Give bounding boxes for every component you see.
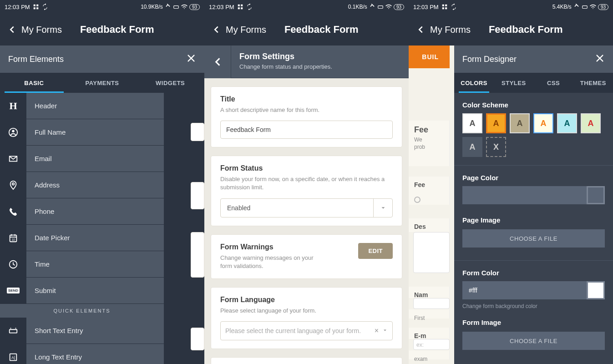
page-title: Feedback Form — [284, 24, 359, 35]
build-tab-peek[interactable]: BUIL — [409, 46, 450, 68]
form-designer-header: Form Designer — [454, 46, 613, 73]
back-icon[interactable] — [415, 25, 426, 35]
tab-basic[interactable]: BASIC — [0, 73, 68, 93]
svg-rect-1 — [36, 5, 38, 6]
element-full-name[interactable]: Full Name — [0, 119, 164, 146]
element-header[interactable]: H Header — [0, 93, 164, 119]
language-select[interactable]: Please select the current language of yo… — [220, 321, 393, 340]
scheme-custom[interactable]: X — [486, 137, 506, 157]
svg-rect-16 — [241, 5, 243, 6]
mute-icon — [165, 4, 171, 10]
form-elements-title: Form Elements — [8, 55, 64, 64]
element-date-picker[interactable]: 10 Date Picker — [0, 225, 164, 251]
clear-icon[interactable]: × — [375, 327, 379, 335]
form-color-input[interactable]: #fff — [462, 281, 605, 299]
status-time: 12:03 PM — [413, 4, 439, 10]
element-submit[interactable]: SEND Submit — [0, 278, 164, 304]
tab-payments[interactable]: PAYMENTS — [68, 73, 137, 93]
svg-rect-19 — [378, 6, 383, 9]
element-time[interactable]: Time — [0, 251, 164, 278]
close-icon[interactable] — [595, 53, 605, 65]
scheme-green[interactable]: A — [581, 113, 601, 133]
svg-rect-18 — [241, 7, 243, 9]
tab-themes[interactable]: THEMES — [573, 73, 613, 93]
page-title: Feedback Form — [80, 24, 154, 35]
edit-warnings-button[interactable]: EDIT — [358, 243, 393, 259]
wifi-icon — [590, 4, 596, 10]
widgets-icon — [33, 4, 39, 10]
svg-rect-2 — [33, 7, 35, 9]
svg-rect-17 — [238, 7, 239, 9]
status-time: 12:03 PM — [5, 4, 30, 10]
battery-box-icon — [377, 4, 384, 10]
form-designer-title: Form Designer — [462, 55, 517, 64]
status-label: Form Status — [220, 164, 393, 172]
user-icon — [8, 127, 18, 137]
mail-icon — [8, 154, 18, 164]
page-image-choose-button[interactable]: CHOOSE A FILE — [462, 229, 605, 248]
scheme-cyan[interactable]: A — [557, 113, 577, 133]
wifi-icon — [181, 4, 187, 10]
mute-icon — [573, 4, 580, 10]
scheme-light[interactable]: A — [462, 113, 482, 133]
svg-rect-4 — [174, 6, 179, 9]
svg-rect-15 — [238, 5, 239, 6]
svg-rect-22 — [442, 7, 444, 9]
warnings-desc: Change warning messages on your form val… — [220, 254, 325, 270]
form-image-choose-button[interactable]: CHOOSE A FILE — [462, 332, 605, 350]
scheme-tan[interactable]: A — [510, 113, 530, 133]
sync-icon — [42, 4, 48, 10]
tab-styles[interactable]: STYLES — [494, 73, 533, 93]
page-color-input[interactable] — [462, 186, 605, 204]
form-preview-textarea — [413, 232, 450, 273]
color-scheme-row: A A A A A A A X — [454, 113, 613, 157]
back-label[interactable]: My Forms — [21, 25, 62, 35]
element-address[interactable]: Address — [0, 172, 164, 198]
battery-box-icon — [173, 4, 179, 10]
title-desc: A short descriptive name for this form. — [220, 106, 393, 114]
designer-tabs: COLORS STYLES CSS THEMES — [454, 73, 613, 93]
scheme-yellow[interactable]: A — [533, 113, 553, 133]
status-select[interactable]: Enabled — [220, 198, 393, 217]
chevron-down-icon — [382, 327, 388, 335]
title-input[interactable] — [220, 121, 393, 139]
form-preview-desc: Des — [409, 218, 450, 232]
element-email[interactable]: Email — [0, 146, 164, 172]
back-label[interactable]: My Forms — [226, 25, 266, 35]
back-icon[interactable] — [211, 25, 221, 35]
scheme-dark[interactable]: A — [462, 137, 482, 157]
card-status: Form Status Disable your form now, on a … — [211, 156, 402, 226]
status-net: 10.9KB/s — [141, 4, 163, 10]
element-phone[interactable]: Phone — [0, 198, 164, 225]
scheme-orange[interactable]: A — [486, 113, 506, 133]
tab-colors[interactable]: COLORS — [454, 73, 494, 93]
status-net: 5.4KB/s — [552, 4, 572, 10]
page-title: Feedback Form — [489, 24, 563, 35]
close-icon[interactable] — [186, 53, 196, 65]
tab-widgets[interactable]: WIDGETS — [136, 73, 204, 93]
element-short-text[interactable]: Short Text Entry — [0, 318, 164, 344]
tab-css[interactable]: CSS — [534, 73, 573, 93]
settings-back-button[interactable] — [204, 46, 231, 78]
card-translations: Translations — [211, 357, 402, 364]
form-preview-email-label: E-m — [409, 328, 450, 339]
pin-icon — [8, 180, 18, 190]
back-icon[interactable] — [7, 25, 17, 35]
card-title: Title A short descriptive name for this … — [211, 86, 402, 147]
form-elements-header: Form Elements — [0, 46, 204, 73]
svg-rect-23 — [445, 7, 447, 9]
nav-header: My Forms Feedback Form — [0, 14, 204, 46]
svg-rect-21 — [445, 5, 447, 6]
settings-subtitle: Change form status and properties. — [239, 63, 332, 70]
form-color-label: Form Color — [462, 269, 605, 277]
calendar-icon: 10 — [8, 233, 18, 243]
card-warnings: EDIT Form Warnings Change warning messag… — [211, 234, 402, 279]
status-net: 0.1KB/s — [348, 4, 367, 10]
card-language: Form Language Please select language of … — [211, 287, 402, 349]
element-long-text[interactable]: A| Long Text Entry — [0, 344, 164, 364]
nav-header: My Forms Feedback Form — [409, 14, 613, 46]
page-image-label: Page Image — [462, 216, 605, 224]
back-label[interactable]: My Forms — [430, 25, 471, 35]
form-preview-email-input: ex: — [413, 339, 450, 350]
title-label: Title — [220, 95, 393, 103]
